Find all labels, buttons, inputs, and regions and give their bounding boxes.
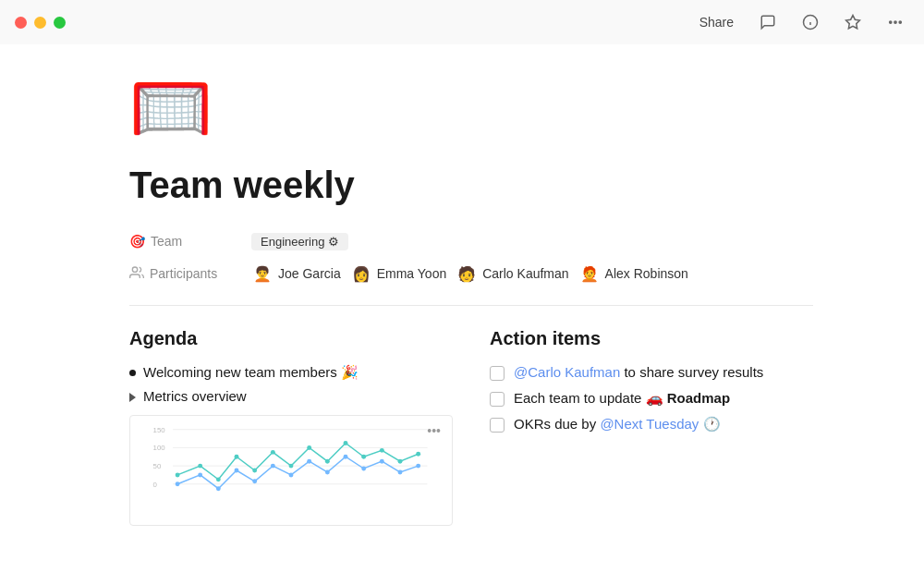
avatar-emma: 👩 — [350, 262, 372, 285]
properties: 🎯 Team Engineering ⚙ — [129, 225, 813, 306]
svg-text:0: 0 — [153, 481, 158, 489]
star-button[interactable] — [839, 10, 867, 34]
svg-point-24 — [325, 459, 330, 464]
share-label: Share — [699, 15, 734, 30]
svg-point-36 — [289, 472, 294, 477]
maximize-button[interactable] — [54, 17, 66, 29]
svg-text:100: 100 — [153, 444, 166, 452]
participant-name-emma: Emma Yoon — [377, 266, 447, 281]
svg-point-16 — [176, 472, 180, 477]
participant-joe[interactable]: 🧑‍🦱 Joe Garcia — [251, 262, 341, 285]
participant-carlo[interactable]: 🧑 Carlo Kaufman — [456, 262, 568, 285]
action-items-column: Action items @Carlo Kaufman to share sur… — [490, 328, 813, 526]
page-icon: 🥅 — [129, 74, 813, 140]
participant-alex[interactable]: 🧑‍🦰 Alex Robinson — [578, 262, 688, 285]
avatar-joe: 🧑‍🦱 — [251, 262, 274, 285]
chart-options-button[interactable]: ••• — [421, 421, 446, 440]
participants-list: 🧑‍🦱 Joe Garcia 👩 Emma Yoon 🧑 Carlo Kaufm… — [251, 262, 688, 285]
participant-name-joe: Joe Garcia — [278, 266, 341, 281]
star-icon — [845, 14, 861, 30]
agenda-item-2: Metrics overview — [129, 388, 453, 404]
action-item-2: Each team to update 🚗 Roadmap — [490, 390, 813, 407]
action-item-2-prefix: Each team to update 🚗 — [514, 390, 667, 406]
mention-date: @Next Tuesday — [600, 416, 699, 432]
target-icon: 🎯 — [129, 234, 145, 249]
svg-point-43 — [416, 464, 420, 469]
engineering-tag[interactable]: Engineering ⚙ — [251, 233, 348, 250]
participant-emma[interactable]: 👩 Emma Yoon — [350, 262, 447, 285]
page-title[interactable]: Team weekly — [129, 163, 813, 207]
action-item-2-text: Each team to update 🚗 Roadmap — [514, 390, 730, 407]
team-label: Team — [151, 234, 182, 249]
metrics-chart: ••• 150 100 50 0 — [129, 415, 453, 526]
svg-point-26 — [361, 455, 366, 459]
team-property-label: 🎯 Team — [129, 234, 240, 249]
svg-point-19 — [235, 455, 239, 459]
action-item-1: @Carlo Kaufman to share survey results — [490, 364, 813, 381]
bullet-dot-icon — [129, 370, 136, 376]
action-item-1-text: @Carlo Kaufman to share survey results — [514, 364, 763, 380]
more-button[interactable] — [881, 10, 909, 34]
titlebar-actions: Share — [694, 10, 909, 34]
svg-point-6 — [899, 21, 901, 23]
agenda-item-1-text: Welcoming new team members 🎉 — [143, 364, 359, 381]
svg-point-25 — [344, 441, 348, 445]
team-property-row: 🎯 Team Engineering ⚙ — [129, 225, 813, 257]
info-icon — [802, 14, 819, 30]
action-item-1-suffix: to share survey results — [624, 364, 763, 380]
svg-point-39 — [344, 455, 348, 459]
participants-label: Participants — [150, 266, 217, 281]
checkbox-3[interactable] — [490, 418, 505, 433]
action-item-3: OKRs due by @Next Tuesday 🕐 — [490, 416, 813, 433]
checkbox-2[interactable] — [490, 392, 505, 407]
titlebar: Share — [0, 0, 924, 44]
svg-text:150: 150 — [153, 426, 166, 434]
share-button[interactable]: Share — [694, 11, 739, 33]
bullet-triangle-icon — [129, 393, 136, 402]
comment-button[interactable] — [754, 10, 782, 34]
avatar-carlo: 🧑 — [456, 262, 478, 285]
roadmap-link[interactable]: Roadmap — [667, 390, 730, 406]
svg-point-29 — [416, 452, 420, 457]
participants-icon — [129, 265, 144, 283]
close-button[interactable] — [15, 17, 27, 29]
more-icon — [887, 14, 904, 30]
info-button[interactable] — [796, 10, 824, 34]
svg-point-38 — [325, 470, 330, 475]
svg-text:50: 50 — [153, 462, 162, 470]
svg-point-34 — [252, 479, 257, 483]
participant-name-alex: Alex Robinson — [605, 266, 688, 281]
minimize-button[interactable] — [34, 17, 46, 29]
svg-point-40 — [361, 467, 366, 471]
svg-point-7 — [132, 267, 137, 272]
participants-property-label: Participants — [129, 265, 240, 283]
action-item-3-text: OKRs due by @Next Tuesday 🕐 — [514, 416, 721, 433]
svg-point-23 — [307, 445, 311, 450]
traffic-lights — [15, 17, 66, 29]
svg-point-35 — [271, 464, 275, 469]
svg-point-20 — [252, 469, 257, 473]
agenda-column: Agenda Welcoming new team members 🎉 Metr… — [129, 328, 453, 526]
chart-svg: 150 100 50 0 — [130, 416, 452, 525]
svg-marker-3 — [846, 16, 860, 29]
checkbox-1[interactable] — [490, 366, 505, 381]
agenda-title: Agenda — [129, 328, 453, 349]
participants-property-row: Participants 🧑‍🦱 Joe Garcia 👩 Emma Yoon … — [129, 257, 813, 290]
tag-label: Engineering ⚙ — [261, 235, 339, 249]
svg-point-5 — [894, 21, 896, 23]
svg-point-37 — [307, 459, 311, 464]
svg-point-32 — [216, 486, 221, 491]
svg-point-31 — [198, 472, 202, 477]
svg-point-17 — [198, 464, 202, 469]
main-content: 🥅 Team weekly 🎯 Team Engineering ⚙ — [0, 44, 924, 585]
agenda-item-1: Welcoming new team members 🎉 — [129, 364, 453, 381]
svg-point-30 — [176, 481, 180, 486]
svg-point-33 — [235, 469, 239, 473]
comment-icon — [760, 14, 776, 30]
participant-name-carlo: Carlo Kaufman — [482, 266, 568, 281]
svg-point-27 — [380, 448, 384, 453]
svg-point-4 — [890, 21, 892, 23]
action-items-title: Action items — [490, 328, 813, 349]
svg-point-28 — [398, 459, 403, 464]
agenda-item-2-text: Metrics overview — [143, 388, 247, 404]
